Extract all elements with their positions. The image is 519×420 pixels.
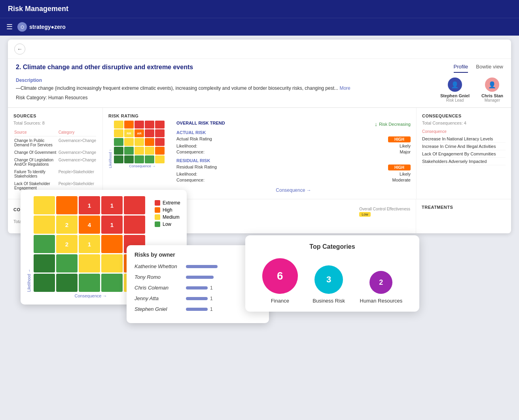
sources-total: Total Sources: 8 bbox=[13, 121, 97, 125]
manager-role: Manager bbox=[481, 98, 503, 102]
consequence-item: Stakeholders Adversely Impacted bbox=[422, 158, 506, 165]
lh-cell: 4 bbox=[79, 216, 100, 234]
risk-rating-column: RISK RATING Likelihood ↑ bbox=[103, 108, 416, 199]
description-label: Description bbox=[16, 78, 440, 83]
tab-bowtie[interactable]: Bowtie view bbox=[476, 64, 503, 73]
lh-cell bbox=[79, 254, 100, 272]
lh-cell bbox=[34, 254, 55, 272]
cat-business-risk-circle: 3 bbox=[314, 265, 343, 294]
description-left: Description —Climate change (including i… bbox=[16, 78, 440, 100]
heatmap-legend: Extreme High Medium Low bbox=[155, 200, 180, 227]
nav-logo: ⬡ strategy●zero bbox=[17, 22, 66, 32]
lh-cell: 2 bbox=[56, 216, 78, 234]
lh-row-5: 1 1 bbox=[34, 196, 145, 214]
risk-lead-role: Risk Lead bbox=[440, 98, 470, 102]
residual-likelihood-field: Likelihood: Likely bbox=[176, 172, 411, 176]
lh-cell: 1 bbox=[101, 196, 123, 214]
hm-grid-wrap: RR AR bbox=[114, 121, 165, 163]
legend-extreme-label: Extreme bbox=[163, 200, 180, 206]
hm-cell bbox=[155, 138, 165, 146]
risk-decrease-indicator: ↓ Risk Decreasing bbox=[375, 121, 411, 127]
consequence-item: Lack Of Engagement By Communities bbox=[422, 150, 506, 158]
category-cell: People>Stakeholder bbox=[59, 168, 96, 180]
sources-column: SOURCES Total Sources: 8 Source Category… bbox=[8, 108, 103, 199]
actual-risk-label: ACTUAL RISK bbox=[176, 130, 411, 135]
lh-cell bbox=[34, 235, 55, 253]
consequence-item: Decrease In National Literacy Levels bbox=[422, 135, 506, 143]
owner-name: Stephen Gniel bbox=[134, 306, 186, 312]
lh-cell bbox=[56, 274, 78, 292]
owner-name: Katherine Whetton bbox=[134, 263, 186, 269]
logo-icon: ⬡ bbox=[17, 22, 27, 32]
page-header: 2. Climate change and other disruptive a… bbox=[8, 59, 511, 73]
category-col-header: Category bbox=[59, 130, 96, 136]
hm-grid: RR AR bbox=[114, 121, 165, 168]
residual-risk-label: RESIDUAL RISK bbox=[176, 158, 411, 163]
owner-name: Chris Coleman bbox=[134, 285, 186, 291]
hm-cell bbox=[114, 129, 123, 137]
cats-row: 6 Finance 3 Business Risk 2 Human Resour… bbox=[255, 258, 410, 304]
hm-y-label: Likelihood ↑ bbox=[108, 125, 112, 168]
hm-cell bbox=[145, 155, 154, 163]
hm-cell bbox=[114, 147, 123, 155]
owner-bar bbox=[186, 286, 208, 289]
risk-rating-content: Likelihood ↑ bbox=[108, 121, 411, 193]
consequences-list: Decrease In National Literacy LevelsIncr… bbox=[422, 135, 506, 165]
hm-cell bbox=[134, 147, 144, 155]
actual-rating-field: Actual Risk Rating HIGH bbox=[176, 136, 411, 142]
cat-finance: 6 Finance bbox=[262, 258, 298, 304]
hm-row-3 bbox=[114, 138, 165, 146]
legend-high: High bbox=[155, 207, 180, 213]
consequence-nav[interactable]: Consequence → bbox=[276, 187, 311, 193]
back-button[interactable]: ← bbox=[14, 44, 25, 55]
owner-row: Tony Romo bbox=[134, 274, 261, 280]
hm-large-y-label: Likelihood → bbox=[27, 269, 31, 292]
manager-name: Chris Stan bbox=[481, 93, 503, 98]
treatments-section: TREATMENTS bbox=[416, 199, 511, 233]
category-cell: Governance>Change bbox=[59, 137, 96, 148]
eff-badge-low: Low bbox=[359, 212, 371, 217]
top-categories-card: Top Categories 6 Finance 3 Business Risk… bbox=[245, 235, 419, 312]
cat-finance-circle: 6 bbox=[262, 258, 298, 294]
owner-bar bbox=[186, 276, 214, 279]
category-cell: Governance>Change bbox=[59, 149, 96, 156]
treatments-title: TREATMENTS bbox=[422, 205, 506, 210]
overall-trend-label: OVERALL RISK TREND bbox=[176, 121, 225, 128]
back-bar: ← bbox=[8, 40, 511, 59]
owner-bar bbox=[186, 297, 208, 300]
eff-badges: Low bbox=[359, 212, 410, 217]
table-row: Failure To Identify Stakeholders People>… bbox=[14, 168, 96, 180]
manager-avatar: 👤 bbox=[485, 78, 499, 92]
hm-cell bbox=[124, 138, 134, 146]
hamburger-icon[interactable]: ☰ bbox=[6, 23, 13, 31]
logo-text: strategy●zero bbox=[29, 24, 66, 30]
hm-cell bbox=[145, 129, 154, 137]
hm-cell bbox=[145, 121, 154, 129]
hm-cell bbox=[145, 138, 154, 146]
cat-finance-label: Finance bbox=[271, 298, 289, 304]
more-link[interactable]: More bbox=[339, 85, 350, 91]
three-col-layout: SOURCES Total Sources: 8 Source Category… bbox=[8, 108, 511, 199]
legend-high-label: High bbox=[163, 207, 172, 213]
hm-cell bbox=[124, 155, 134, 163]
source-col-header: Source bbox=[14, 130, 58, 136]
lh-cell bbox=[101, 235, 123, 253]
effectiveness-container: Overall Control Effectiveness Low bbox=[359, 205, 410, 217]
lh-row-4: 2 4 1 bbox=[34, 216, 145, 234]
lh-cell bbox=[101, 254, 123, 272]
lh-cell bbox=[124, 196, 145, 214]
legend-low: Low bbox=[155, 221, 180, 227]
risk-category: Risk Category: Human Resources bbox=[16, 95, 440, 100]
description-section: Description —Climate change (including i… bbox=[8, 73, 511, 108]
sources-table: Source Category Change In Public Demand … bbox=[13, 129, 97, 192]
risk-lead-card: 👤 Stephen Gniel Risk Lead bbox=[440, 78, 470, 102]
owner-row: Katherine Whetton bbox=[134, 263, 261, 269]
hm-cell bbox=[114, 155, 123, 163]
lh-cell: 1 bbox=[79, 235, 100, 253]
source-cell: Change Of Legislation And/Or Regulations bbox=[14, 157, 58, 168]
lh-cell bbox=[79, 274, 100, 292]
consequences-total: Total Consequences: 4 bbox=[422, 121, 506, 125]
lh-cell bbox=[34, 196, 55, 214]
owner-name: Tony Romo bbox=[134, 274, 186, 280]
tab-profile[interactable]: Profile bbox=[454, 64, 468, 73]
